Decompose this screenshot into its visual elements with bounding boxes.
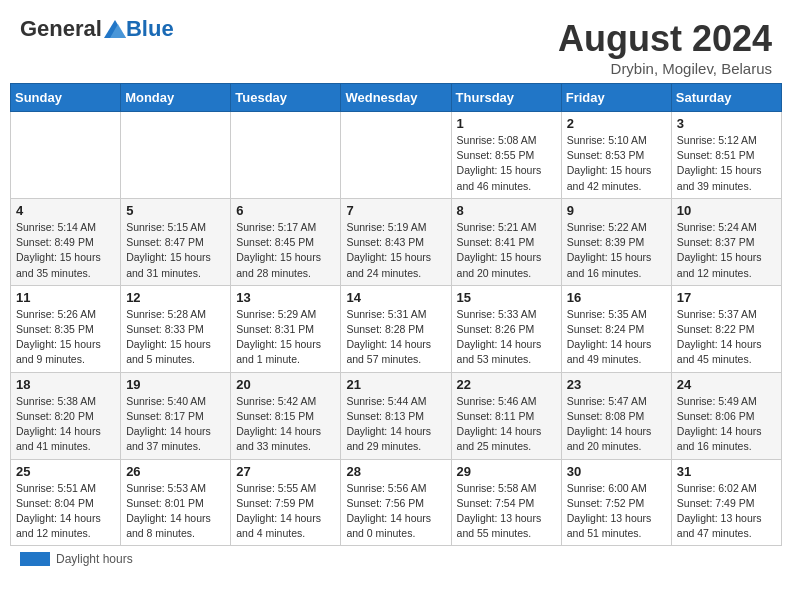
calendar-cell: 8Sunrise: 5:21 AM Sunset: 8:41 PM Daylig… (451, 198, 561, 285)
weekday-header-thursday: Thursday (451, 84, 561, 112)
day-number: 10 (677, 203, 776, 218)
calendar-cell: 18Sunrise: 5:38 AM Sunset: 8:20 PM Dayli… (11, 372, 121, 459)
calendar-cell (11, 112, 121, 199)
calendar-cell (121, 112, 231, 199)
day-number: 19 (126, 377, 225, 392)
day-info: Sunrise: 5:35 AM Sunset: 8:24 PM Dayligh… (567, 307, 666, 368)
day-number: 1 (457, 116, 556, 131)
day-info: Sunrise: 5:31 AM Sunset: 8:28 PM Dayligh… (346, 307, 445, 368)
day-info: Sunrise: 5:55 AM Sunset: 7:59 PM Dayligh… (236, 481, 335, 542)
day-info: Sunrise: 5:17 AM Sunset: 8:45 PM Dayligh… (236, 220, 335, 281)
weekday-header-sunday: Sunday (11, 84, 121, 112)
calendar-cell: 31Sunrise: 6:02 AM Sunset: 7:49 PM Dayli… (671, 459, 781, 546)
location: Drybin, Mogilev, Belarus (558, 60, 772, 77)
calendar-cell: 28Sunrise: 5:56 AM Sunset: 7:56 PM Dayli… (341, 459, 451, 546)
logo: General Blue (20, 18, 174, 40)
calendar-cell: 6Sunrise: 5:17 AM Sunset: 8:45 PM Daylig… (231, 198, 341, 285)
day-info: Sunrise: 5:15 AM Sunset: 8:47 PM Dayligh… (126, 220, 225, 281)
day-info: Sunrise: 6:02 AM Sunset: 7:49 PM Dayligh… (677, 481, 776, 542)
calendar-cell: 4Sunrise: 5:14 AM Sunset: 8:49 PM Daylig… (11, 198, 121, 285)
calendar-cell: 23Sunrise: 5:47 AM Sunset: 8:08 PM Dayli… (561, 372, 671, 459)
day-info: Sunrise: 5:46 AM Sunset: 8:11 PM Dayligh… (457, 394, 556, 455)
day-info: Sunrise: 5:38 AM Sunset: 8:20 PM Dayligh… (16, 394, 115, 455)
day-info: Sunrise: 5:19 AM Sunset: 8:43 PM Dayligh… (346, 220, 445, 281)
day-number: 22 (457, 377, 556, 392)
weekday-header-monday: Monday (121, 84, 231, 112)
day-number: 7 (346, 203, 445, 218)
day-info: Sunrise: 5:26 AM Sunset: 8:35 PM Dayligh… (16, 307, 115, 368)
weekday-header-wednesday: Wednesday (341, 84, 451, 112)
day-info: Sunrise: 5:21 AM Sunset: 8:41 PM Dayligh… (457, 220, 556, 281)
header: General Blue August 2024 Drybin, Mogilev… (10, 10, 782, 83)
calendar-cell: 20Sunrise: 5:42 AM Sunset: 8:15 PM Dayli… (231, 372, 341, 459)
day-info: Sunrise: 5:28 AM Sunset: 8:33 PM Dayligh… (126, 307, 225, 368)
day-number: 15 (457, 290, 556, 305)
day-info: Sunrise: 5:08 AM Sunset: 8:55 PM Dayligh… (457, 133, 556, 194)
week-row-0: 1Sunrise: 5:08 AM Sunset: 8:55 PM Daylig… (11, 112, 782, 199)
calendar-cell: 21Sunrise: 5:44 AM Sunset: 8:13 PM Dayli… (341, 372, 451, 459)
day-info: Sunrise: 6:00 AM Sunset: 7:52 PM Dayligh… (567, 481, 666, 542)
day-info: Sunrise: 5:49 AM Sunset: 8:06 PM Dayligh… (677, 394, 776, 455)
day-info: Sunrise: 5:56 AM Sunset: 7:56 PM Dayligh… (346, 481, 445, 542)
day-info: Sunrise: 5:24 AM Sunset: 8:37 PM Dayligh… (677, 220, 776, 281)
calendar-cell: 9Sunrise: 5:22 AM Sunset: 8:39 PM Daylig… (561, 198, 671, 285)
day-number: 27 (236, 464, 335, 479)
calendar-table: SundayMondayTuesdayWednesdayThursdayFrid… (10, 83, 782, 546)
calendar-cell: 16Sunrise: 5:35 AM Sunset: 8:24 PM Dayli… (561, 285, 671, 372)
calendar-cell: 15Sunrise: 5:33 AM Sunset: 8:26 PM Dayli… (451, 285, 561, 372)
calendar-cell: 5Sunrise: 5:15 AM Sunset: 8:47 PM Daylig… (121, 198, 231, 285)
logo-blue: Blue (126, 18, 174, 40)
day-info: Sunrise: 5:10 AM Sunset: 8:53 PM Dayligh… (567, 133, 666, 194)
calendar-cell: 2Sunrise: 5:10 AM Sunset: 8:53 PM Daylig… (561, 112, 671, 199)
day-number: 20 (236, 377, 335, 392)
day-number: 2 (567, 116, 666, 131)
calendar-cell (231, 112, 341, 199)
calendar-cell: 7Sunrise: 5:19 AM Sunset: 8:43 PM Daylig… (341, 198, 451, 285)
weekday-header-saturday: Saturday (671, 84, 781, 112)
day-number: 4 (16, 203, 115, 218)
day-number: 13 (236, 290, 335, 305)
calendar-cell: 17Sunrise: 5:37 AM Sunset: 8:22 PM Dayli… (671, 285, 781, 372)
day-number: 3 (677, 116, 776, 131)
week-row-4: 25Sunrise: 5:51 AM Sunset: 8:04 PM Dayli… (11, 459, 782, 546)
week-row-3: 18Sunrise: 5:38 AM Sunset: 8:20 PM Dayli… (11, 372, 782, 459)
day-number: 9 (567, 203, 666, 218)
day-number: 30 (567, 464, 666, 479)
day-number: 23 (567, 377, 666, 392)
calendar-cell: 11Sunrise: 5:26 AM Sunset: 8:35 PM Dayli… (11, 285, 121, 372)
day-number: 5 (126, 203, 225, 218)
week-row-2: 11Sunrise: 5:26 AM Sunset: 8:35 PM Dayli… (11, 285, 782, 372)
calendar-cell: 29Sunrise: 5:58 AM Sunset: 7:54 PM Dayli… (451, 459, 561, 546)
week-row-1: 4Sunrise: 5:14 AM Sunset: 8:49 PM Daylig… (11, 198, 782, 285)
day-info: Sunrise: 5:29 AM Sunset: 8:31 PM Dayligh… (236, 307, 335, 368)
day-number: 11 (16, 290, 115, 305)
day-number: 25 (16, 464, 115, 479)
day-number: 17 (677, 290, 776, 305)
day-info: Sunrise: 5:51 AM Sunset: 8:04 PM Dayligh… (16, 481, 115, 542)
day-number: 14 (346, 290, 445, 305)
calendar-cell: 27Sunrise: 5:55 AM Sunset: 7:59 PM Dayli… (231, 459, 341, 546)
day-number: 18 (16, 377, 115, 392)
calendar-cell: 26Sunrise: 5:53 AM Sunset: 8:01 PM Dayli… (121, 459, 231, 546)
day-info: Sunrise: 5:12 AM Sunset: 8:51 PM Dayligh… (677, 133, 776, 194)
calendar-cell: 13Sunrise: 5:29 AM Sunset: 8:31 PM Dayli… (231, 285, 341, 372)
day-info: Sunrise: 5:33 AM Sunset: 8:26 PM Dayligh… (457, 307, 556, 368)
day-number: 16 (567, 290, 666, 305)
logo-icon (104, 20, 126, 38)
logo-area: General Blue (20, 18, 174, 40)
day-info: Sunrise: 5:37 AM Sunset: 8:22 PM Dayligh… (677, 307, 776, 368)
day-number: 28 (346, 464, 445, 479)
day-info: Sunrise: 5:40 AM Sunset: 8:17 PM Dayligh… (126, 394, 225, 455)
day-number: 8 (457, 203, 556, 218)
calendar-cell: 24Sunrise: 5:49 AM Sunset: 8:06 PM Dayli… (671, 372, 781, 459)
month-year: August 2024 (558, 18, 772, 60)
day-number: 24 (677, 377, 776, 392)
day-number: 29 (457, 464, 556, 479)
daylight-swatch (20, 552, 50, 566)
weekday-header-row: SundayMondayTuesdayWednesdayThursdayFrid… (11, 84, 782, 112)
daylight-label: Daylight hours (56, 552, 133, 566)
calendar-cell: 12Sunrise: 5:28 AM Sunset: 8:33 PM Dayli… (121, 285, 231, 372)
calendar-cell: 1Sunrise: 5:08 AM Sunset: 8:55 PM Daylig… (451, 112, 561, 199)
day-number: 26 (126, 464, 225, 479)
day-number: 6 (236, 203, 335, 218)
